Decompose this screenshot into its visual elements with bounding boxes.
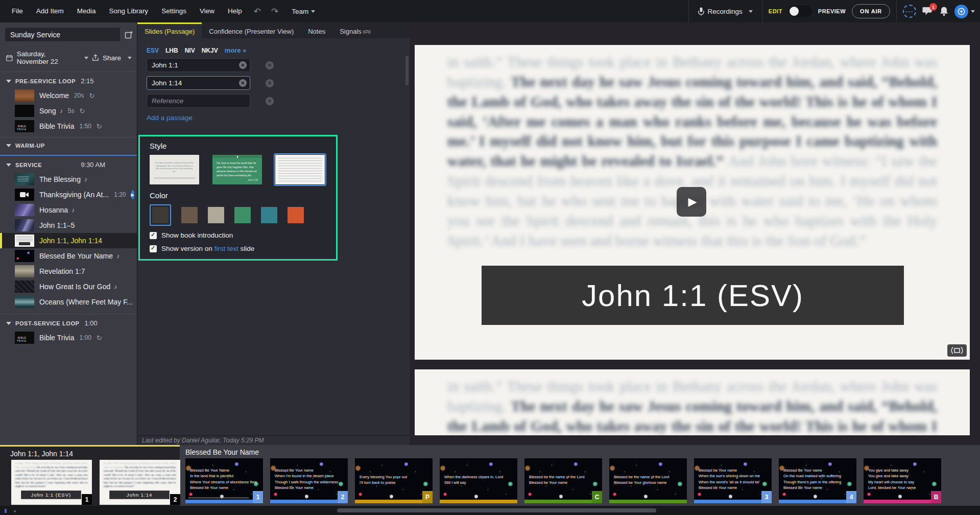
service-item-thanksgiving[interactable]: Thanksgiving (An At... 1:20 ▶ xyxy=(0,187,137,202)
checkbox-label: Show book introduction xyxy=(161,231,233,239)
show-book-introduction-checkbox[interactable] xyxy=(150,232,157,239)
filmstrip-group-blessed-be-your-name: Blessed Be Your Name Blessed Be Your Nam… xyxy=(181,445,980,506)
filmstrip-song-slide-6[interactable]: Blessed be the name of the Lord Blessed … xyxy=(609,458,687,503)
menu-media[interactable]: Media xyxy=(70,0,103,22)
service-item-how-great-is-our-god[interactable]: How Great Is Our God ♪ xyxy=(0,279,137,294)
share-button[interactable]: Share xyxy=(103,54,121,62)
version-esv[interactable]: ESV xyxy=(147,47,159,54)
tab-label: Signals xyxy=(340,28,362,35)
more-versions-link[interactable]: more » xyxy=(225,46,247,54)
remove-passage-icon[interactable]: ✕ xyxy=(266,61,274,69)
color-swatch-brown[interactable] xyxy=(181,207,198,223)
edit-preview-toggle[interactable] xyxy=(788,6,812,17)
music-note-icon: ♪ xyxy=(84,176,87,183)
style-option-selected[interactable] xyxy=(275,155,325,184)
service-item-hosanna[interactable]: Hosanna ♪ xyxy=(0,202,137,218)
passage-reference-input-1[interactable] xyxy=(147,58,250,72)
filmstrip-slide-john-1-14[interactable]: in saith.” These things took place in Be… xyxy=(100,460,180,505)
item-thumbnail xyxy=(15,189,34,201)
service-item-oceans[interactable]: Oceans (Where Feet May F... ♪ xyxy=(0,294,137,310)
scroll-to-current-icon[interactable]: ⇟ xyxy=(3,507,8,514)
menu-add-item[interactable]: Add Item xyxy=(30,0,70,22)
slide-preview-john-1-1[interactable]: in saith.” These things took place in Be… xyxy=(415,45,970,360)
item-duration: 1:20 xyxy=(114,191,126,198)
section-color-bar xyxy=(524,500,602,503)
service-date[interactable]: Saturday, November 22 xyxy=(17,50,78,65)
filmstrip-song-slide-4[interactable]: When the darkness closes in, Lord Still … xyxy=(440,458,517,503)
filmstrip-song-slide-3[interactable]: Every blessing You pour out I'll turn ba… xyxy=(355,458,433,503)
style-option-green[interactable]: For God so loved the world that He gave … xyxy=(212,155,262,184)
undo-icon[interactable]: ↶ xyxy=(249,6,266,17)
section-header-warm-up[interactable]: WARM-UP xyxy=(0,137,137,152)
scroll-left-icon[interactable]: ◂ xyxy=(13,508,16,513)
passage-reference-input-2[interactable] xyxy=(147,76,250,90)
remove-passage-icon[interactable]: ✕ xyxy=(266,97,274,105)
service-item-john-1-1-john-1-14[interactable]: John 1:1, John 1:14 xyxy=(0,233,137,248)
notifications-button[interactable] xyxy=(940,6,948,16)
account-menu[interactable] xyxy=(954,5,975,18)
version-nkjv[interactable]: NKJV xyxy=(202,47,218,54)
play-button[interactable]: ▶ xyxy=(677,187,706,217)
clear-input-icon[interactable]: ✕ xyxy=(239,61,247,69)
redo-icon[interactable]: ↷ xyxy=(266,6,283,17)
recordings-menu[interactable]: Recordings xyxy=(695,7,756,16)
menu-song-library[interactable]: Song Library xyxy=(103,0,155,22)
version-niv[interactable]: NIV xyxy=(185,47,195,54)
filmstrip-slide-john-1-1[interactable]: in saith.” These things took place in Be… xyxy=(11,460,92,505)
service-item-the-blessing[interactable]: The Blessing ♪ xyxy=(0,172,137,187)
send-to-screen-icon[interactable] xyxy=(947,344,967,357)
version-lhb[interactable]: LHB xyxy=(165,47,178,54)
share-upload-icon[interactable] xyxy=(92,54,99,62)
on-air-button[interactable]: ON AIR xyxy=(852,4,890,18)
filmstrip-song-slide-2[interactable]: Blessed Be Your name When I'm found in t… xyxy=(270,458,348,503)
filmstrip-song-slide-1[interactable]: Blessed Be Your Name In the land that is… xyxy=(185,458,263,503)
color-swatch-dark[interactable] xyxy=(152,207,169,223)
tab-notes[interactable]: Notes xyxy=(301,22,332,38)
remove-passage-icon[interactable]: ✕ xyxy=(266,79,274,87)
first-text-link[interactable]: first text xyxy=(214,245,238,252)
more-options-icon[interactable]: ··· xyxy=(903,5,916,18)
filmstrip-song-slide-7[interactable]: Blessed be Your name When the sun's shin… xyxy=(694,458,772,503)
color-swatch-orange[interactable] xyxy=(288,207,304,223)
section-color-bar xyxy=(864,500,941,503)
section-header-post-service-loop[interactable]: POST-SERVICE LOOP 1:00 xyxy=(0,314,137,330)
service-item-song[interactable]: Song ♪ 5s ↻ xyxy=(0,103,137,119)
service-item-welcome[interactable]: Welcome 20s ↻ xyxy=(0,88,137,103)
service-item-bible-trivia-post[interactable]: Bible Trivia 1:00 ↻ xyxy=(0,330,137,345)
service-item-bible-trivia[interactable]: Bible Trivia 1:50 ↻ xyxy=(0,119,137,134)
color-swatch-teal[interactable] xyxy=(261,207,277,223)
scrollbar-thumb[interactable] xyxy=(337,508,656,512)
menu-file[interactable]: File xyxy=(5,0,30,22)
filmstrip-group-title[interactable]: Blessed Be Your Name xyxy=(181,445,980,456)
filmstrip-scrollbar[interactable] xyxy=(0,506,980,515)
service-item-revelation-1-7[interactable]: Revelation 1:7 xyxy=(0,264,137,279)
tab-signals[interactable]: Signals((2)) xyxy=(332,22,378,38)
color-swatch-green[interactable] xyxy=(234,207,251,223)
service-name-input[interactable] xyxy=(5,28,120,41)
menu-settings[interactable]: Settings xyxy=(155,0,193,22)
section-header-pre-service-loop[interactable]: PRE-SERVICE LOOP 2:15 xyxy=(0,72,137,88)
add-passage-link[interactable]: Add a passage xyxy=(147,114,193,122)
filmstrip-song-slide-9[interactable]: You give and take away You give and take… xyxy=(864,458,941,503)
chat-button[interactable]: 1 xyxy=(922,6,934,16)
service-item-blessed-be-your-name[interactable]: Blessed Be Your Name ♪ xyxy=(0,248,137,264)
section-header-service[interactable]: SERVICE 9:30 AM xyxy=(0,156,137,172)
show-version-checkbox[interactable] xyxy=(150,245,157,252)
tab-confidence-presenter-view[interactable]: Confidence (Presenter View) xyxy=(202,22,301,38)
style-option-light[interactable]: For God so loved the world that He gave … xyxy=(150,155,199,184)
passage-reference-input-3[interactable] xyxy=(147,94,250,108)
team-menu[interactable]: Team xyxy=(283,8,319,15)
color-swatch-beige[interactable] xyxy=(208,207,224,223)
clear-input-icon[interactable]: ✕ xyxy=(239,79,247,87)
filmstrip-song-slide-5[interactable]: Blessed be the name of the Lord Blessed … xyxy=(524,458,602,503)
panel-scrollbar[interactable] xyxy=(405,56,409,85)
menu-help[interactable]: Help xyxy=(221,0,249,22)
new-item-icon[interactable] xyxy=(125,31,133,39)
filmstrip-group-title[interactable]: John 1:1, John 1:14 xyxy=(0,447,180,458)
service-item-john-1-1-5[interactable]: John 1:1–5 xyxy=(0,218,137,233)
now-playing-icon[interactable]: ▶ xyxy=(131,190,134,199)
menu-view[interactable]: View xyxy=(193,0,221,22)
slide-preview-john-1-14[interactable]: in saith.” These things took place in Be… xyxy=(415,369,970,445)
tab-slides-passage[interactable]: Slides (Passage) xyxy=(137,22,202,38)
filmstrip-song-slide-8[interactable]: Blessed Be Your name On the road marked … xyxy=(779,458,856,503)
